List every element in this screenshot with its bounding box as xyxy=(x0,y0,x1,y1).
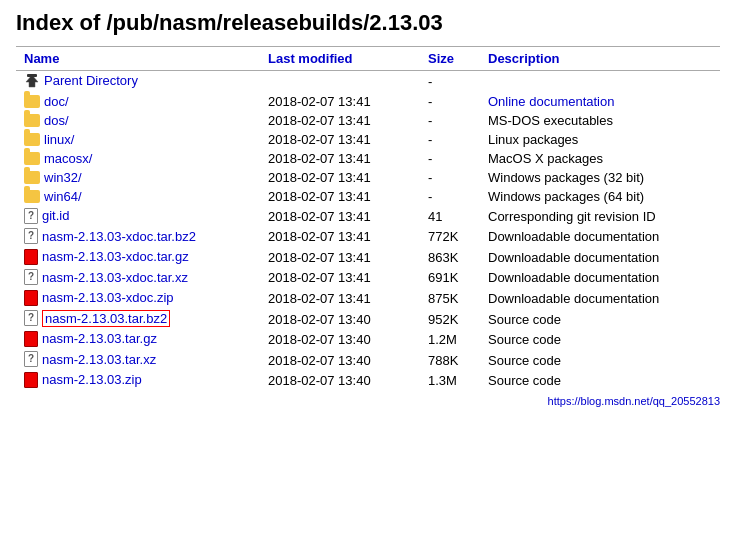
folder-icon xyxy=(24,190,40,203)
table-row: linux/2018-02-07 13:41-Linux packages xyxy=(16,130,720,149)
modified-cell: 2018-02-07 13:41 xyxy=(260,227,420,248)
unknown-file-icon: ? xyxy=(24,208,38,224)
folder-icon xyxy=(24,133,40,146)
table-row: win32/2018-02-07 13:41-Windows packages … xyxy=(16,168,720,187)
size-cell: 788K xyxy=(420,350,480,371)
file-link[interactable]: nasm-2.13.03-xdoc.tar.bz2 xyxy=(42,229,196,244)
file-link[interactable]: nasm-2.13.03-xdoc.tar.xz xyxy=(42,270,188,285)
file-listing-table: Name Last modified Size Description Pare… xyxy=(16,46,720,391)
compressed-file-icon xyxy=(24,290,38,306)
file-name-cell[interactable]: ?nasm-2.13.03-xdoc.tar.xz xyxy=(16,268,260,289)
table-row: nasm-2.13.03-xdoc.zip2018-02-07 13:41875… xyxy=(16,288,720,309)
file-name-cell[interactable]: ?nasm-2.13.03.tar.bz2 xyxy=(16,309,260,330)
file-link[interactable]: doc/ xyxy=(44,94,69,109)
modified-cell: 2018-02-07 13:40 xyxy=(260,309,420,330)
file-name-cell[interactable]: ?git.id xyxy=(16,206,260,227)
modified-cell: 2018-02-07 13:40 xyxy=(260,350,420,371)
file-link[interactable]: nasm-2.13.03.tar.bz2 xyxy=(42,310,170,327)
file-name-cell[interactable]: dos/ xyxy=(16,111,260,130)
file-name-cell[interactable]: ?nasm-2.13.03-xdoc.tar.bz2 xyxy=(16,227,260,248)
description-cell xyxy=(480,71,720,92)
table-row: ?nasm-2.13.03-xdoc.tar.bz22018-02-07 13:… xyxy=(16,227,720,248)
file-name-cell[interactable]: win32/ xyxy=(16,168,260,187)
file-name-cell[interactable]: nasm-2.13.03-xdoc.tar.gz xyxy=(16,247,260,268)
description-cell: Downloadable documentation xyxy=(480,288,720,309)
size-cell: - xyxy=(420,71,480,92)
file-link[interactable]: nasm-2.13.03-xdoc.zip xyxy=(42,290,174,305)
file-link[interactable]: macosx/ xyxy=(44,151,92,166)
compressed-file-icon xyxy=(24,249,38,265)
header-modified[interactable]: Last modified xyxy=(260,47,420,71)
table-row: ?nasm-2.13.03.tar.xz2018-02-07 13:40788K… xyxy=(16,350,720,371)
file-link[interactable]: linux/ xyxy=(44,132,74,147)
table-row: Parent Directory- xyxy=(16,71,720,92)
table-row: dos/2018-02-07 13:41-MS-DOS executables xyxy=(16,111,720,130)
description-cell: Windows packages (64 bit) xyxy=(480,187,720,206)
file-link[interactable]: win32/ xyxy=(44,170,82,185)
size-cell: 952K xyxy=(420,309,480,330)
file-link[interactable]: Parent Directory xyxy=(44,73,138,88)
description-cell: Downloadable documentation xyxy=(480,268,720,289)
size-cell: - xyxy=(420,168,480,187)
modified-cell xyxy=(260,71,420,92)
description-cell[interactable]: Online documentation xyxy=(480,92,720,111)
description-cell: Linux packages xyxy=(480,130,720,149)
table-row: nasm-2.13.03.tar.gz2018-02-07 13:401.2MS… xyxy=(16,329,720,350)
file-name-cell[interactable]: linux/ xyxy=(16,130,260,149)
footer-note: https://blog.msdn.net/qq_20552813 xyxy=(16,395,720,407)
table-row: nasm-2.13.03.zip2018-02-07 13:401.3MSour… xyxy=(16,370,720,391)
size-cell: 1.2M xyxy=(420,329,480,350)
file-name-cell[interactable]: nasm-2.13.03-xdoc.zip xyxy=(16,288,260,309)
size-cell: 1.3M xyxy=(420,370,480,391)
description-cell: Source code xyxy=(480,370,720,391)
description-cell: Corresponding git revision ID xyxy=(480,206,720,227)
modified-cell: 2018-02-07 13:41 xyxy=(260,111,420,130)
table-header: Name Last modified Size Description xyxy=(16,47,720,71)
description-cell: MS-DOS executables xyxy=(480,111,720,130)
file-link[interactable]: git.id xyxy=(42,208,69,223)
table-row: doc/2018-02-07 13:41-Online documentatio… xyxy=(16,92,720,111)
file-name-cell[interactable]: nasm-2.13.03.zip xyxy=(16,370,260,391)
header-size[interactable]: Size xyxy=(420,47,480,71)
modified-cell: 2018-02-07 13:41 xyxy=(260,92,420,111)
modified-cell: 2018-02-07 13:41 xyxy=(260,206,420,227)
file-link[interactable]: nasm-2.13.03.tar.xz xyxy=(42,352,156,367)
modified-cell: 2018-02-07 13:41 xyxy=(260,288,420,309)
modified-cell: 2018-02-07 13:40 xyxy=(260,329,420,350)
table-row: win64/2018-02-07 13:41-Windows packages … xyxy=(16,187,720,206)
file-link[interactable]: win64/ xyxy=(44,189,82,204)
size-cell: - xyxy=(420,130,480,149)
size-cell: 875K xyxy=(420,288,480,309)
file-name-cell[interactable]: nasm-2.13.03.tar.gz xyxy=(16,329,260,350)
file-link[interactable]: nasm-2.13.03.zip xyxy=(42,372,142,387)
folder-icon xyxy=(24,152,40,165)
folder-icon xyxy=(24,95,40,108)
size-cell: 691K xyxy=(420,268,480,289)
size-cell: - xyxy=(420,149,480,168)
description-cell: MacOS X packages xyxy=(480,149,720,168)
header-name[interactable]: Name xyxy=(16,47,260,71)
file-link[interactable]: nasm-2.13.03-xdoc.tar.gz xyxy=(42,249,189,264)
table-row: ?git.id2018-02-07 13:4141Corresponding g… xyxy=(16,206,720,227)
file-name-cell[interactable]: win64/ xyxy=(16,187,260,206)
file-name-cell[interactable]: ?nasm-2.13.03.tar.xz xyxy=(16,350,260,371)
description-cell: Downloadable documentation xyxy=(480,247,720,268)
file-name-cell[interactable]: doc/ xyxy=(16,92,260,111)
size-cell: - xyxy=(420,92,480,111)
file-link[interactable]: nasm-2.13.03.tar.gz xyxy=(42,331,157,346)
file-link[interactable]: dos/ xyxy=(44,113,69,128)
modified-cell: 2018-02-07 13:40 xyxy=(260,370,420,391)
description-cell: Downloadable documentation xyxy=(480,227,720,248)
table-row: macosx/2018-02-07 13:41-MacOS X packages xyxy=(16,149,720,168)
folder-icon xyxy=(24,171,40,184)
compressed-file-icon xyxy=(24,331,38,347)
header-description[interactable]: Description xyxy=(480,47,720,71)
modified-cell: 2018-02-07 13:41 xyxy=(260,247,420,268)
description-cell: Source code xyxy=(480,309,720,330)
highlighted-link: nasm-2.13.03.tar.bz2 xyxy=(42,310,170,327)
description-cell: Source code xyxy=(480,350,720,371)
unknown-file-icon: ? xyxy=(24,269,38,285)
file-name-cell[interactable]: macosx/ xyxy=(16,149,260,168)
file-name-cell[interactable]: Parent Directory xyxy=(16,71,260,92)
description-link[interactable]: Online documentation xyxy=(488,94,614,109)
